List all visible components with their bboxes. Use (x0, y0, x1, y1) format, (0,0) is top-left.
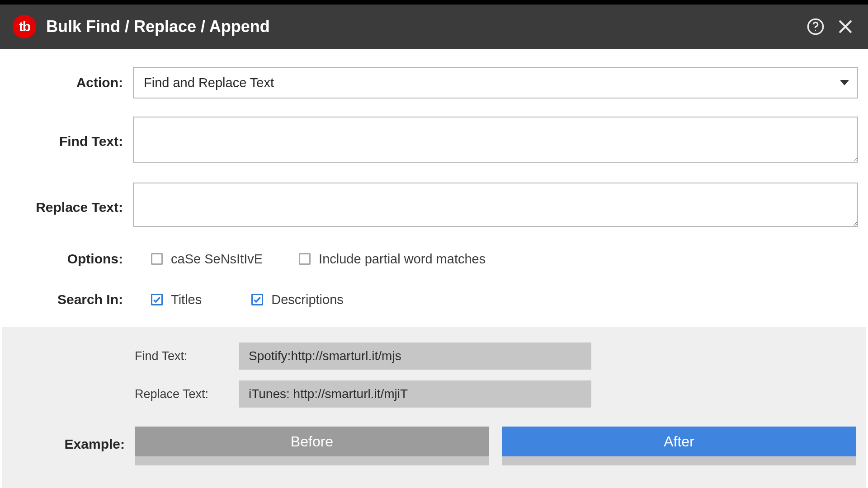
tubebuddy-logo: tb (13, 15, 36, 38)
dialog-title: Bulk Find / Replace / Append (46, 17, 270, 36)
close-icon (836, 18, 854, 36)
before-body (135, 456, 489, 465)
titles-label: Titles (171, 292, 202, 307)
replace-text-label: Replace Text: (10, 183, 133, 215)
case-sensitive-checkbox[interactable]: caSe SeNsItIvE (151, 252, 263, 267)
example-replace-label: Replace Text: (135, 387, 239, 401)
descriptions-label: Descriptions (271, 292, 344, 307)
dialog-body: Action: Find and Replace Text Find Text:… (0, 49, 868, 488)
find-text-input[interactable] (133, 117, 858, 163)
find-text-row: Find Text: (0, 117, 868, 164)
case-sensitive-label: caSe SeNsItIvE (171, 252, 263, 267)
before-after-row: Before After (135, 427, 856, 465)
descriptions-checkbox[interactable]: Descriptions (251, 292, 344, 307)
example-replace-value: iTunes: http://smarturl.it/mjiT (239, 380, 591, 408)
partial-match-checkbox[interactable]: Include partial word matches (299, 252, 486, 267)
logo-text: tb (19, 19, 30, 34)
help-icon (807, 18, 825, 36)
help-button[interactable] (806, 17, 826, 37)
checkbox-box (151, 253, 163, 265)
options-row: Options: caSe SeNsItIvE Include partial … (0, 251, 868, 267)
before-column: Before (135, 427, 489, 465)
replace-text-row: Replace Text: (0, 183, 868, 229)
close-button[interactable] (835, 17, 855, 37)
action-select[interactable]: Find and Replace Text (133, 67, 858, 99)
action-label: Action: (10, 75, 133, 90)
chevron-down-icon (840, 80, 849, 85)
example-label: Example: (65, 436, 125, 451)
example-find-row: Find Text: Spotify:http://smarturl.it/mj… (135, 343, 856, 370)
replace-text-input[interactable] (133, 183, 858, 227)
example-section: Example: Find Text: Spotify:http://smart… (2, 327, 866, 488)
search-in-row: Search In: Titles Descriptions (0, 292, 868, 307)
find-text-label: Find Text: (10, 117, 133, 149)
checkbox-box (251, 294, 263, 305)
after-body (502, 456, 856, 465)
action-select-value: Find and Replace Text (144, 75, 274, 90)
window-chrome-top (0, 0, 868, 5)
options-label: Options: (10, 251, 133, 267)
search-in-label: Search In: (10, 292, 133, 307)
example-replace-row: Replace Text: iTunes: http://smarturl.it… (135, 380, 856, 408)
checkbox-box (151, 294, 163, 305)
titles-checkbox[interactable]: Titles (151, 292, 202, 307)
partial-match-label: Include partial word matches (319, 252, 486, 267)
action-row: Action: Find and Replace Text (0, 67, 868, 99)
after-column: After (502, 427, 856, 465)
before-header: Before (135, 427, 489, 456)
after-header: After (502, 427, 856, 456)
example-find-value: Spotify:http://smarturl.it/mjs (239, 343, 591, 370)
checkmark-icon (152, 295, 161, 305)
checkbox-box (299, 253, 311, 265)
svg-point-1 (815, 30, 816, 31)
dialog-header: tb Bulk Find / Replace / Append (0, 5, 868, 49)
checkmark-icon (253, 295, 262, 305)
example-find-label: Find Text: (135, 349, 239, 363)
